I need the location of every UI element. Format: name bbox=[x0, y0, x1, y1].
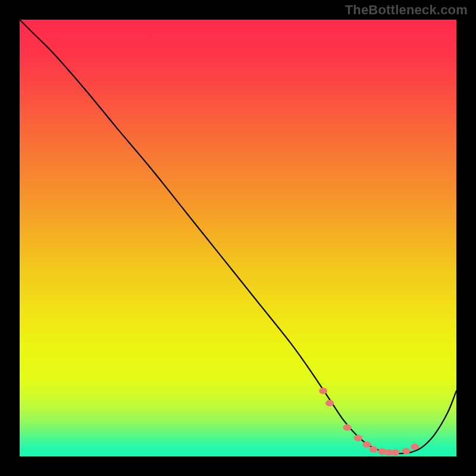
data-marker bbox=[363, 441, 371, 448]
chart-frame: TheBottleneck.com bbox=[0, 0, 476, 476]
data-marker bbox=[411, 443, 419, 450]
data-marker bbox=[319, 387, 327, 394]
chart-svg bbox=[20, 20, 456, 456]
data-marker bbox=[354, 435, 362, 441]
data-marker bbox=[402, 448, 411, 455]
plot-area bbox=[20, 20, 456, 456]
data-marker bbox=[369, 446, 378, 453]
data-marker bbox=[325, 400, 334, 406]
heatmap-background bbox=[20, 20, 456, 456]
data-marker bbox=[391, 449, 399, 456]
data-marker bbox=[343, 424, 352, 431]
watermark-label: TheBottleneck.com bbox=[345, 2, 468, 18]
